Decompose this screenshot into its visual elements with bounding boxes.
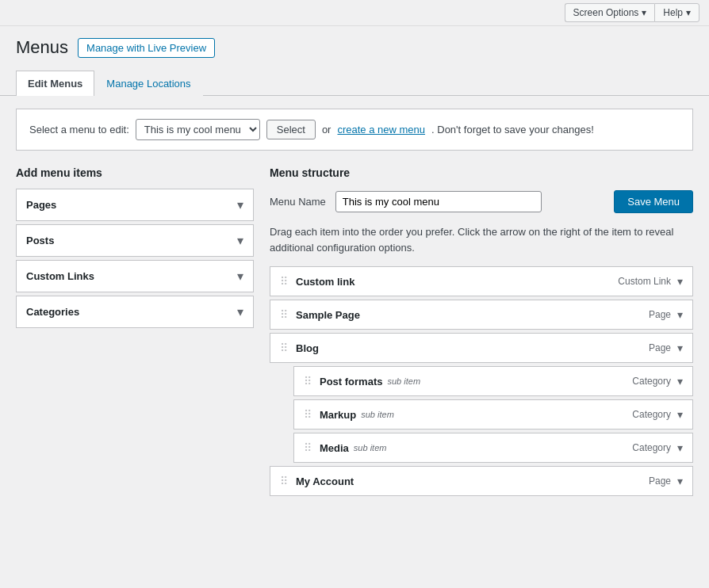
- menu-item-expand-icon[interactable]: ▾: [677, 441, 683, 454]
- menu-item-media[interactable]: ⠿ Media sub item Category ▾: [293, 433, 693, 463]
- menu-structure-title: Menu structure: [270, 166, 693, 179]
- screen-options-arrow-icon: ▾: [642, 7, 646, 18]
- save-note: . Don't forget to save your changes!: [431, 124, 594, 136]
- tab-manage-locations[interactable]: Manage Locations: [94, 71, 202, 96]
- accordion-pages: Pages ▾: [16, 189, 254, 221]
- accordion-posts: Posts ▾: [16, 224, 254, 257]
- accordion-pages-arrow-icon: ▾: [237, 197, 243, 212]
- drag-handle-icon: ⠿: [280, 308, 288, 321]
- menu-item-type: Page: [649, 309, 671, 320]
- accordion-custom-links-header[interactable]: Custom Links ▾: [17, 261, 253, 292]
- select-button[interactable]: Select: [266, 120, 316, 139]
- menu-item-expand-icon[interactable]: ▾: [677, 308, 683, 321]
- main-content: Select a menu to edit: This is my cool m…: [0, 96, 709, 512]
- page-header: Menus Manage with Live Preview: [0, 26, 709, 66]
- menu-item-name: My Account: [296, 475, 354, 487]
- screen-options-label: Screen Options: [573, 7, 639, 18]
- accordion-posts-header[interactable]: Posts ▾: [17, 225, 253, 256]
- menu-item-expand-icon[interactable]: ▾: [677, 408, 683, 421]
- tab-edit-menus[interactable]: Edit Menus: [16, 71, 94, 96]
- accordion-categories: Categories ▾: [16, 296, 254, 328]
- menu-item-type: Category: [632, 409, 671, 420]
- menu-item-type: Page: [649, 342, 671, 353]
- menu-item-type: Custom Link: [618, 276, 671, 287]
- menu-item-sample-page[interactable]: ⠿ Sample Page Page ▾: [270, 300, 693, 330]
- drag-handle-icon: ⠿: [304, 441, 312, 454]
- tabs-container: Edit Menus Manage Locations: [0, 71, 709, 96]
- menu-item-name: Media: [320, 442, 349, 454]
- left-panel: Add menu items Pages ▾ Posts ▾ Custom Li…: [16, 166, 254, 331]
- menu-name-label: Menu Name: [270, 196, 326, 208]
- menu-item-expand-icon[interactable]: ▾: [677, 375, 683, 388]
- menu-item-my-account[interactable]: ⠿ My Account Page ▾: [270, 466, 693, 496]
- menu-item-name: Post formats: [320, 376, 382, 388]
- two-col-layout: Add menu items Pages ▾ Posts ▾ Custom Li…: [16, 166, 693, 499]
- accordion-custom-links-arrow-icon: ▾: [237, 269, 243, 284]
- menu-name-input[interactable]: [335, 191, 542, 212]
- drag-handle-icon: ⠿: [280, 275, 288, 288]
- accordion-pages-label: Pages: [26, 199, 56, 211]
- menu-item-type: Category: [632, 376, 671, 387]
- menu-item-expand-icon[interactable]: ▾: [677, 275, 683, 288]
- right-panel: Menu structure Menu Name Save Menu Drag …: [270, 166, 693, 499]
- menu-item-name: Blog: [296, 342, 319, 354]
- menu-item-post-formats[interactable]: ⠿ Post formats sub item Category ▾: [293, 366, 693, 396]
- menu-item-name: Sample Page: [296, 309, 360, 321]
- drag-handle-icon: ⠿: [280, 475, 288, 487]
- help-arrow-icon: ▾: [686, 7, 691, 18]
- or-text: or: [322, 124, 332, 136]
- menu-item-expand-icon[interactable]: ▾: [677, 342, 683, 354]
- live-preview-button[interactable]: Manage with Live Preview: [78, 38, 215, 58]
- menu-item-name: Markup: [320, 409, 356, 421]
- menu-item-type: Category: [632, 442, 671, 453]
- accordion-custom-links: Custom Links ▾: [16, 260, 254, 292]
- help-button[interactable]: Help ▾: [654, 3, 699, 22]
- screen-options-button[interactable]: Screen Options ▾: [565, 3, 655, 22]
- save-menu-button[interactable]: Save Menu: [614, 190, 693, 213]
- menu-item-markup[interactable]: ⠿ Markup sub item Category ▾: [293, 399, 693, 430]
- accordion-pages-header[interactable]: Pages ▾: [17, 189, 253, 220]
- menu-name-row: Menu Name Save Menu: [270, 190, 693, 213]
- top-bar: Screen Options ▾ Help ▾: [0, 0, 709, 26]
- add-menu-items-title: Add menu items: [16, 166, 254, 179]
- select-menu-bar: Select a menu to edit: This is my cool m…: [16, 109, 693, 151]
- accordion-custom-links-label: Custom Links: [26, 270, 94, 282]
- menu-item-subtext: sub item: [361, 410, 394, 419]
- menu-item-expand-icon[interactable]: ▾: [677, 475, 683, 487]
- accordion-posts-arrow-icon: ▾: [237, 233, 243, 248]
- create-new-menu-link[interactable]: create a new menu: [337, 124, 425, 136]
- menu-item-name: Custom link: [296, 276, 354, 288]
- menu-select-dropdown[interactable]: This is my cool menu: [136, 119, 260, 140]
- accordion-categories-header[interactable]: Categories ▾: [17, 296, 253, 327]
- accordion-categories-arrow-icon: ▾: [237, 304, 243, 319]
- drag-instructions: Drag each item into the order you prefer…: [270, 224, 693, 255]
- menu-item-type: Page: [649, 475, 671, 487]
- select-menu-label: Select a menu to edit:: [29, 124, 129, 136]
- menu-item-subtext: sub item: [354, 443, 387, 452]
- accordion-categories-label: Categories: [26, 306, 79, 318]
- drag-handle-icon: ⠿: [280, 342, 288, 354]
- drag-handle-icon: ⠿: [304, 408, 312, 421]
- menu-item-blog[interactable]: ⠿ Blog Page ▾: [270, 333, 693, 363]
- menu-item-subtext: sub item: [387, 376, 420, 386]
- menu-items-list: ⠿ Custom link Custom Link ▾ ⠿ Sample Pag…: [270, 266, 693, 496]
- help-label: Help: [663, 7, 683, 18]
- menu-item-custom-link[interactable]: ⠿ Custom link Custom Link ▾: [270, 266, 693, 296]
- accordion-posts-label: Posts: [26, 235, 54, 246]
- page-title: Menus: [16, 37, 68, 58]
- drag-handle-icon: ⠿: [304, 375, 312, 388]
